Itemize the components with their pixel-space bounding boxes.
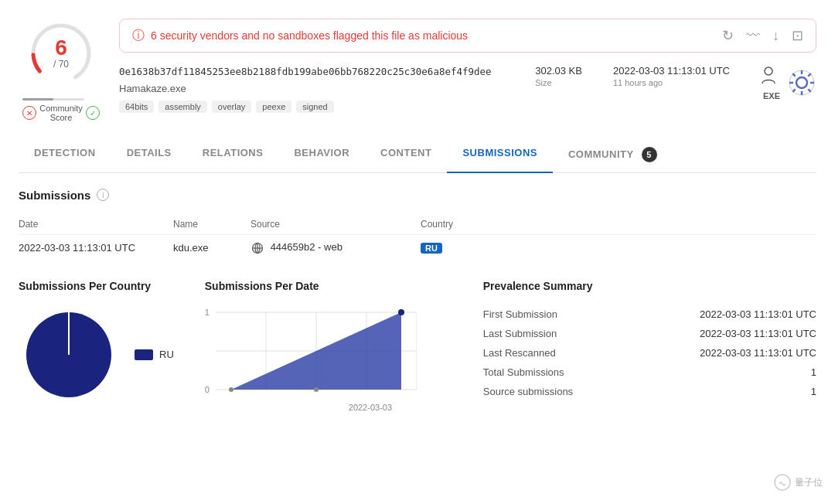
alert-actions: ↻ 〰 ↓ ⊡	[722, 27, 803, 44]
col-country-header: Country	[421, 219, 498, 230]
community-score-label: CommunityScore	[39, 104, 83, 122]
score-number: 6	[53, 37, 69, 59]
tab-detection[interactable]: DETECTION	[19, 138, 111, 173]
prev-value-0: 2022-03-03 11:13:01 UTC	[700, 308, 816, 320]
tag-64bits[interactable]: 64bits	[119, 100, 154, 113]
file-date-meta: 2022-03-03 11:13:01 UTC 11 hours ago	[613, 65, 730, 87]
expand-icon[interactable]: ⊡	[792, 27, 803, 44]
tab-details[interactable]: DETAILS	[111, 138, 187, 173]
pie-container: RU	[19, 305, 174, 405]
file-meta: 302.03 KB Size 2022-03-03 11:13:01 UTC 1…	[535, 65, 816, 100]
row-source: 444659b2 - web	[250, 241, 421, 255]
file-size-label: Size	[535, 78, 582, 87]
pie-legend: RU	[135, 349, 174, 360]
thumbs-up-icon[interactable]: ✓	[86, 106, 100, 120]
nav-tabs: DETECTION DETAILS RELATIONS BEHAVIOR CON…	[19, 138, 816, 173]
pie-chart-title: Submissions Per Country	[19, 280, 174, 292]
svg-point-2	[765, 67, 772, 75]
col-name-header: Name	[173, 219, 250, 230]
refresh-icon[interactable]: ↻	[722, 27, 734, 44]
row-source-text: 444659b2 - web	[271, 241, 343, 253]
alert-icon: ⓘ	[132, 28, 145, 44]
prev-label-3: Total Submissions	[483, 366, 599, 378]
prevalence-title: Prevalence Summary	[483, 280, 816, 292]
line-chart-area: 2022-03-03	[216, 305, 417, 412]
tab-content[interactable]: CONTENT	[365, 138, 447, 173]
svg-point-27	[398, 309, 404, 315]
row-date: 2022-03-03 11:13:01 UTC	[19, 242, 173, 254]
alert-text: 6 security vendors and no sandboxes flag…	[151, 29, 468, 42]
tag-peexe[interactable]: peexe	[256, 100, 291, 113]
community-score-fill	[22, 98, 53, 100]
prev-label-0: First Submission	[483, 308, 599, 320]
gear-icon	[787, 68, 816, 97]
prevalence-table: First Submission 2022-03-03 11:13:01 UTC…	[483, 305, 816, 401]
person-gear-icon	[761, 65, 782, 87]
alert-left: ⓘ 6 security vendors and no sandboxes fl…	[132, 28, 468, 44]
gauge-center: 6 / 70	[53, 37, 69, 70]
alert-banner: ⓘ 6 security vendors and no sandboxes fl…	[119, 19, 816, 53]
prev-row-3: Total Submissions 1	[483, 363, 816, 382]
tab-community[interactable]: COMMUNITY 5	[553, 138, 673, 173]
tag-signed[interactable]: signed	[296, 100, 333, 113]
file-type-icon: EXE	[761, 65, 782, 100]
row-country: RU	[421, 242, 498, 254]
prev-value-3: 1	[811, 366, 816, 378]
file-date-value: 2022-03-03 11:13:01 UTC	[613, 65, 730, 77]
svg-point-29	[314, 387, 319, 392]
prev-label-1: Last Submission	[483, 328, 599, 339]
download-icon[interactable]: ↓	[772, 28, 779, 44]
main-content: Submissions i Date Name Source Country 2…	[0, 173, 835, 427]
tab-behavior[interactable]: BEHAVIOR	[278, 138, 365, 173]
svg-point-3	[796, 77, 807, 88]
submissions-header: Submissions i	[19, 189, 816, 202]
legend-label-ru: RU	[159, 349, 174, 360]
tag-assembly[interactable]: assembly	[158, 100, 206, 113]
prev-row-4: Source submissions 1	[483, 382, 816, 401]
tab-submissions[interactable]: SUBMISSIONS	[447, 138, 553, 173]
row-name: kdu.exe	[173, 242, 250, 254]
submissions-table: Date Name Source Country 2022-03-03 11:1…	[19, 214, 816, 261]
tab-relations[interactable]: RELATIONS	[187, 138, 279, 173]
submissions-title: Submissions	[19, 189, 90, 202]
watermark: 量子位	[773, 473, 823, 492]
score-gauge: 6 / 70 ✕ CommunityScore ✓	[19, 19, 104, 122]
file-tags: 64bits assembly overlay peexe signed	[119, 100, 504, 113]
community-score-controls: ✕ CommunityScore ✓	[22, 104, 100, 122]
thumbs-down-icon[interactable]: ✕	[22, 106, 36, 120]
score-total: / 70	[53, 59, 69, 70]
submissions-info-icon[interactable]: i	[97, 189, 109, 201]
wave-icon[interactable]: 〰	[746, 28, 760, 44]
legend-color-ru	[135, 349, 153, 360]
tag-overlay[interactable]: overlay	[212, 100, 251, 113]
file-info: 0e1638b37df11845253ee8b2188fdb199abe06bb…	[119, 65, 816, 113]
prev-value-1: 2022-03-03 11:13:01 UTC	[700, 328, 816, 339]
file-size-value: 302.03 KB	[535, 65, 582, 77]
col-date-header: Date	[19, 219, 173, 230]
community-badge: 5	[642, 147, 657, 162]
gauge-circle: 6 / 70	[26, 19, 96, 88]
line-chart-svg	[216, 305, 417, 397]
prev-label-2: Last Rescanned	[483, 347, 599, 359]
top-section: 6 / 70 ✕ CommunityScore ✓ ⓘ 6 security v…	[0, 0, 835, 122]
watermark-text: 量子位	[795, 476, 823, 489]
community-score-bar	[22, 98, 84, 100]
line-chart-title: Submissions Per Date	[205, 280, 452, 292]
file-date-sub: 11 hours ago	[613, 78, 730, 87]
y-axis-top: 1	[205, 308, 210, 317]
pie-chart-block: Submissions Per Country RU	[19, 280, 174, 405]
source-globe-icon	[250, 241, 264, 255]
info-section: ⓘ 6 security vendors and no sandboxes fl…	[119, 19, 816, 113]
file-name: Hamakaze.exe	[119, 83, 504, 94]
table-row: 2022-03-03 11:13:01 UTC kdu.exe 444659b2…	[19, 235, 816, 261]
file-size-meta: 302.03 KB Size	[535, 65, 582, 87]
pie-chart-svg	[19, 305, 119, 405]
file-type-container: EXE	[761, 65, 816, 100]
prevalence-block: Prevalence Summary First Submission 2022…	[483, 280, 816, 401]
svg-point-30	[775, 475, 790, 490]
prev-row-0: First Submission 2022-03-03 11:13:01 UTC	[483, 305, 816, 324]
charts-section: Submissions Per Country RU Submissions P…	[19, 280, 816, 412]
table-header: Date Name Source Country	[19, 214, 816, 235]
prev-row-1: Last Submission 2022-03-03 11:13:01 UTC	[483, 324, 816, 343]
prev-value-4: 1	[811, 386, 816, 397]
